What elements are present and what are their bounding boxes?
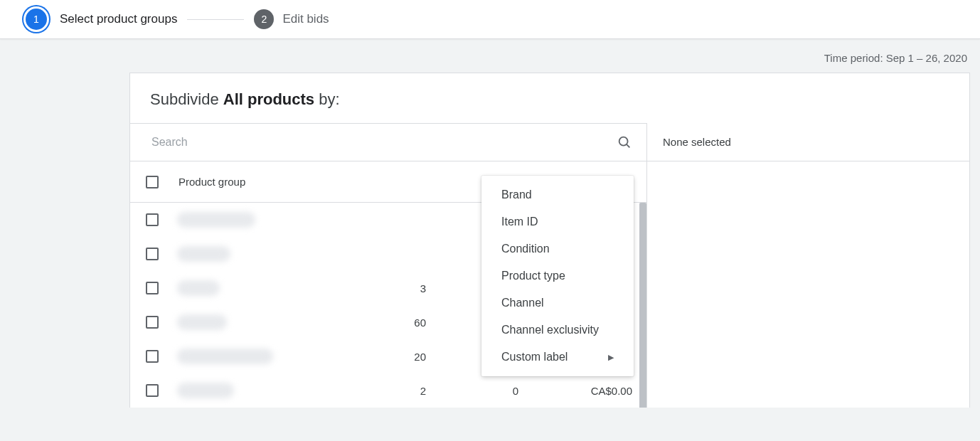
cell-clicks: 3 bbox=[355, 282, 426, 294]
subdivide-dropdown: BrandItem IDConditionProduct typeChannel… bbox=[481, 176, 634, 376]
product-group-name bbox=[177, 280, 220, 296]
scrollbar-track[interactable] bbox=[639, 203, 646, 408]
dropdown-item-channel[interactable]: Channel bbox=[481, 289, 634, 317]
product-group-name bbox=[177, 383, 234, 398]
dropdown-item-label: Custom label bbox=[501, 351, 568, 363]
row-checkbox[interactable] bbox=[146, 316, 159, 329]
chevron-right-icon: ▶ bbox=[608, 353, 614, 362]
cell-clicks: 20 bbox=[355, 351, 426, 363]
dropdown-item-channel-exclusivity[interactable]: Channel exclusivity bbox=[481, 317, 634, 344]
scrollbar-thumb[interactable] bbox=[639, 203, 646, 408]
step-1[interactable]: 1 Select product groups bbox=[21, 9, 177, 30]
step-1-circle: 1 bbox=[26, 9, 47, 30]
subdivide-prefix: Subdivide bbox=[150, 90, 223, 108]
search-input[interactable] bbox=[150, 135, 617, 149]
cell-clicks: 2 bbox=[355, 385, 426, 397]
stepper: 1 Select product groups 2 Edit bids bbox=[0, 0, 980, 39]
step-2[interactable]: 2 Edit bids bbox=[254, 9, 329, 29]
cell-clicks: 60 bbox=[355, 317, 426, 329]
dropdown-item-label: Brand bbox=[501, 188, 532, 201]
dropdown-item-brand[interactable]: Brand bbox=[481, 181, 634, 208]
cell-conv: 0 bbox=[426, 385, 518, 397]
dropdown-item-label: Channel bbox=[501, 297, 544, 309]
search-row bbox=[130, 123, 646, 161]
subdivide-target: All products bbox=[223, 90, 314, 108]
none-selected-label: None selected bbox=[647, 123, 969, 161]
row-checkbox[interactable] bbox=[146, 384, 159, 397]
product-group-name bbox=[177, 314, 227, 330]
product-group-name bbox=[177, 349, 273, 364]
dropdown-item-label: Item ID bbox=[501, 216, 538, 228]
dropdown-item-label: Channel exclusivity bbox=[501, 324, 599, 336]
step-1-label: Select product groups bbox=[60, 12, 177, 26]
dropdown-item-label: Product type bbox=[501, 270, 565, 282]
product-group-name bbox=[177, 246, 230, 262]
dropdown-item-item-id[interactable]: Item ID bbox=[481, 208, 634, 235]
column-product-group[interactable]: Product group bbox=[179, 176, 447, 188]
select-all-checkbox[interactable] bbox=[146, 176, 159, 188]
step-2-label: Edit bids bbox=[282, 12, 329, 26]
svg-line-1 bbox=[627, 144, 629, 147]
dropdown-item-product-type[interactable]: Product type bbox=[481, 262, 634, 289]
row-checkbox[interactable] bbox=[146, 248, 159, 260]
subdivide-suffix: by: bbox=[314, 90, 339, 108]
step-connector bbox=[187, 19, 244, 20]
cell-cost: CA$0.00 bbox=[518, 385, 632, 397]
step-2-circle: 2 bbox=[254, 9, 274, 29]
product-group-name bbox=[177, 212, 255, 228]
search-icon[interactable] bbox=[617, 134, 632, 150]
table-row[interactable]: 20CA$0.00 bbox=[130, 373, 646, 408]
subdivide-header: Subdivide All products by: bbox=[130, 73, 969, 123]
dropdown-item-custom-label[interactable]: Custom label▶ bbox=[481, 344, 634, 371]
dropdown-item-condition[interactable]: Condition bbox=[481, 235, 634, 262]
row-checkbox[interactable] bbox=[146, 282, 159, 294]
right-pane: None selected bbox=[647, 123, 969, 408]
time-period-label: Time period: Sep 1 – 26, 2020 bbox=[0, 39, 980, 64]
dropdown-item-label: Condition bbox=[501, 243, 550, 255]
row-checkbox[interactable] bbox=[146, 213, 159, 226]
row-checkbox[interactable] bbox=[146, 350, 159, 363]
svg-point-0 bbox=[619, 137, 628, 146]
main-panel: Subdivide All products by: Product group… bbox=[129, 73, 970, 408]
